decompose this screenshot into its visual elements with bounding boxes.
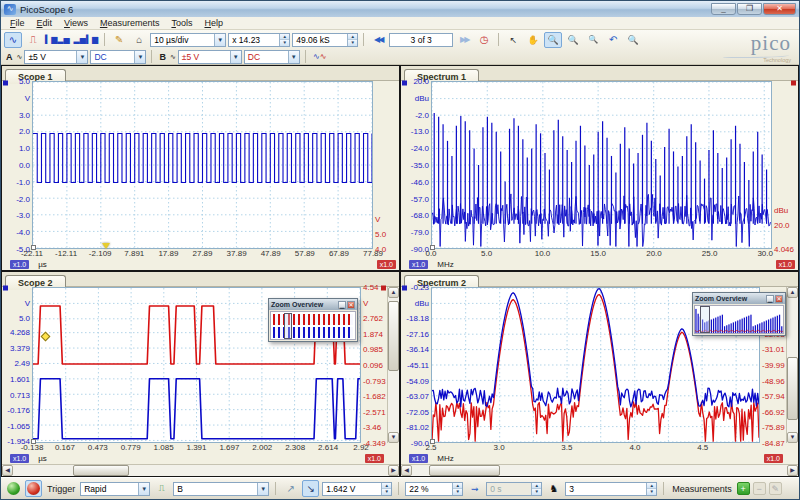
menu-measurements[interactable]: Measurements <box>95 18 165 28</box>
scrollbar-thumb[interactable] <box>429 465 500 476</box>
scroll-up-icon[interactable]: ▲ <box>388 287 399 298</box>
spectrum2-vertical-scrollbar[interactable]: ▲ ▼ <box>786 287 798 443</box>
menu-file[interactable]: File <box>5 18 30 28</box>
scroll-left-icon[interactable]: ◀ <box>401 465 412 476</box>
delay-arrow-icon: ⇝ <box>471 484 479 494</box>
persistence-view-button[interactable]: ⎍ <box>24 32 42 48</box>
scrollbar-thumb[interactable] <box>73 465 129 476</box>
axis-handle[interactable] <box>430 245 435 250</box>
spinner-arrows[interactable]: ▲▼ <box>381 483 391 495</box>
trigger-source-select[interactable]: B ▼ <box>173 482 269 496</box>
rapid-capture-button[interactable]: ♞ <box>545 480 562 497</box>
axis-handle[interactable] <box>31 439 36 444</box>
minimize-button[interactable]: _ <box>711 3 736 15</box>
zoom-overview-body[interactable] <box>270 311 356 340</box>
trigger-mode-select[interactable]: Rapid ▼ <box>80 482 150 496</box>
scope2-right-axis[interactable]: 4.54V2.7621.8740.9850.096-0.793-1.682-2.… <box>361 287 387 443</box>
zoom-overview-body[interactable] <box>694 305 784 334</box>
zoom-full-button[interactable]: 🔍 <box>624 32 642 48</box>
pointer-tool-button[interactable]: ↖ <box>504 32 522 48</box>
scroll-down-icon[interactable]: ▼ <box>388 432 399 443</box>
post-trigger-button[interactable]: ⇝ <box>466 480 483 497</box>
scope2-left-axis[interactable]: V5.04.2683.3792.491.6010.713-0.176-1.065… <box>2 287 32 443</box>
scope1-left-axis[interactable]: 5.0V3.02.01.00.0-1.0-2.0-3.0-4.0-5.0 <box>2 81 32 249</box>
scope1-plot[interactable] <box>32 81 373 249</box>
maximize-button[interactable]: ❐ <box>737 3 762 15</box>
scroll-down-icon[interactable]: ▼ <box>787 432 798 443</box>
zoom-overview-titlebar[interactable]: Zoom Overview ▁ ✕ <box>693 293 785 304</box>
buffer-navigator-button[interactable]: ◷ <box>475 32 493 48</box>
pre-trigger-spinner[interactable]: 22 % ▲▼ <box>405 482 463 496</box>
minimize-icon[interactable]: ▁ <box>766 295 774 303</box>
start-button[interactable] <box>5 480 22 497</box>
edit-measurement-button[interactable]: − <box>753 482 766 495</box>
hand-tool-button[interactable]: ✋ <box>524 32 542 48</box>
channel-b-coupling-select[interactable]: DC ▼ <box>244 50 300 64</box>
spinner-arrows[interactable]: ▲▼ <box>452 483 462 495</box>
channel-a-coupling-select[interactable]: DC ▼ <box>90 50 146 64</box>
spectrum2-horizontal-scrollbar[interactable]: ◀ ▶ <box>401 464 798 476</box>
minimize-icon[interactable]: ▁ <box>338 301 346 309</box>
timebase-select[interactable]: 10 µs/div ▼ <box>150 33 226 47</box>
spectrum1-plot[interactable] <box>431 81 772 249</box>
zoom-out-tool-button[interactable]: 🔍 <box>564 32 582 48</box>
zoom-selection[interactable] <box>284 313 292 339</box>
spinner-arrows[interactable]: ▲▼ <box>646 483 656 495</box>
prev-buffer-button[interactable]: ◀◀ <box>369 32 387 48</box>
menu-edit[interactable]: Edit <box>32 18 58 28</box>
scope2-vertical-scrollbar[interactable]: ▲ ▼ <box>387 287 399 443</box>
zoom-in-tool-button[interactable]: 🔍 <box>544 32 562 48</box>
stop-button[interactable] <box>25 480 42 497</box>
undo-zoom-button[interactable]: ↶ <box>604 32 622 48</box>
scrollbar-thumb[interactable] <box>787 357 798 419</box>
spinner-arrows[interactable]: ▲▼ <box>279 34 289 46</box>
zoom-overview-window[interactable]: Zoom Overview ▁ ✕ <box>692 292 786 336</box>
rising-edge-button[interactable]: ↗ <box>282 480 299 497</box>
spectrum-view-button[interactable]: ▍▆▂▅ <box>44 32 71 48</box>
awg-button[interactable]: ∿∿ <box>311 50 329 63</box>
scope1-right-axis[interactable]: V5.04.0 <box>373 81 399 249</box>
zoom-selection[interactable] <box>700 306 710 333</box>
buffer-position-field[interactable]: 3 of 3 <box>389 33 453 47</box>
menu-views[interactable]: Views <box>59 18 93 28</box>
scope-view-button[interactable]: ∿ <box>4 32 22 48</box>
zoom-overview-titlebar[interactable]: Zoom Overview ▁ ✕ <box>269 299 357 310</box>
add-measurement-button[interactable]: + <box>737 482 750 495</box>
close-button[interactable]: ✕ <box>763 3 796 15</box>
marquee-zoom-button[interactable]: 🔍 <box>584 32 602 48</box>
pencil-icon: ✎ <box>115 34 123 45</box>
scroll-left-icon[interactable]: ◀ <box>2 465 13 476</box>
rapid-count-spinner[interactable]: 3 ▲▼ <box>565 482 657 496</box>
axis-handle[interactable] <box>31 245 36 250</box>
axis-handle[interactable] <box>430 439 435 444</box>
home-button[interactable]: ⌂ <box>130 32 148 48</box>
spinner-arrows[interactable]: ▲▼ <box>531 483 541 495</box>
scope2-horizontal-scrollbar[interactable]: ◀ ▶ <box>2 464 399 476</box>
spectrum2-left-axis[interactable]: -0.23dBu-18.18-27.16-36.14-45.11-54.09-6… <box>401 287 431 443</box>
trigger-marker[interactable] <box>102 243 110 249</box>
zoom-overview-window[interactable]: Zoom Overview ▁ ✕ <box>268 298 358 342</box>
falling-edge-button[interactable]: ↘ <box>302 480 319 497</box>
xy-view-button[interactable]: ▂▅▍▆ <box>73 32 100 48</box>
next-buffer-button[interactable]: ▶▶ <box>455 32 473 48</box>
close-icon[interactable]: ✕ <box>775 295 783 303</box>
scroll-right-icon[interactable]: ▶ <box>388 465 399 476</box>
spinner-arrows[interactable]: ▲▼ <box>347 34 357 46</box>
trigger-level-spinner[interactable]: 1.642 V ▲▼ <box>322 482 392 496</box>
zoom-factor-spinner[interactable]: x 14.23 ▲▼ <box>228 33 290 47</box>
spectrum1-right-axis[interactable]: dBu20.04.046 <box>772 81 798 249</box>
scroll-right-icon[interactable]: ▶ <box>787 465 798 476</box>
menu-help[interactable]: Help <box>199 18 228 28</box>
delay-spinner[interactable]: 0 s ▲▼ <box>486 482 542 496</box>
scrollbar-thumb[interactable] <box>388 301 399 371</box>
close-icon[interactable]: ✕ <box>347 301 355 309</box>
scroll-up-icon[interactable]: ▲ <box>787 287 798 298</box>
advanced-trigger-button[interactable]: ⎍ <box>153 480 170 497</box>
samples-spinner[interactable]: 49.06 kS ▲▼ <box>292 33 358 47</box>
channel-b-range-select[interactable]: ±5 V ▼ <box>178 50 242 64</box>
properties-button[interactable]: ✎ <box>110 32 128 48</box>
channel-a-range-select[interactable]: ±5 V ▼ <box>24 50 88 64</box>
spectrum1-left-axis[interactable]: 20.0dBu-2.0-13.0-24.0-35.0-46.0-57.0-68.… <box>401 81 431 249</box>
menu-tools[interactable]: Tools <box>166 18 197 28</box>
delete-measurement-button[interactable]: ✎ <box>769 482 782 495</box>
